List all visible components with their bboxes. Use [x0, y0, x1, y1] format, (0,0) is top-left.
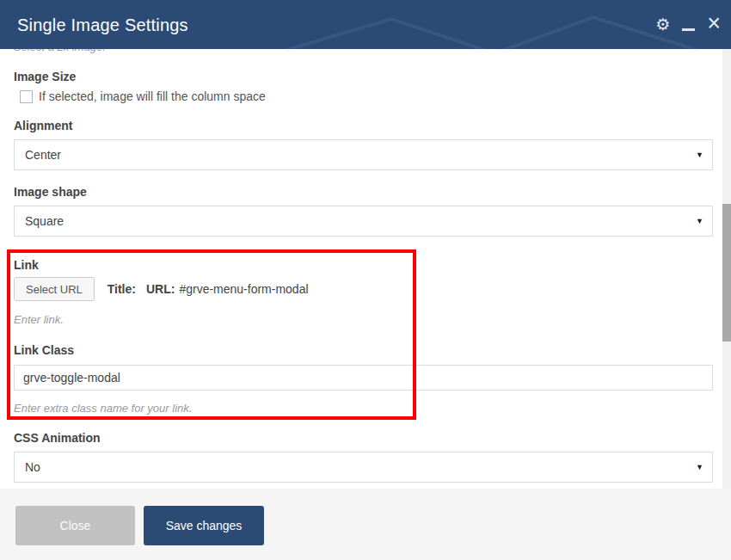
- clipped-hint-row: Select a 2x image.: [14, 49, 713, 55]
- link-url-value: #grve-menu-form-modal: [179, 282, 308, 296]
- image-shape-select-wrap: Square ▼: [14, 206, 713, 237]
- single-image-settings-modal: Single Image Settings ⚙ × Select a 2x im…: [0, 0, 731, 560]
- image-size-label: Image Size: [14, 70, 713, 83]
- link-url-label: URL:: [146, 282, 175, 296]
- select-2x-image-hint: Select a 2x image.: [14, 49, 713, 54]
- link-hint: Enter link.: [14, 313, 713, 327]
- link-url-row: Select URL Title: URL: #grve-menu-form-m…: [14, 277, 713, 301]
- css-animation-label: CSS Animation: [14, 431, 713, 445]
- link-label: Link: [14, 258, 713, 272]
- image-size-checkbox-label: If selected, image will fill the column …: [39, 89, 266, 103]
- modal-footer: Close Save changes: [0, 489, 731, 560]
- image-shape-label: Image shape: [14, 185, 713, 199]
- modal-header: Single Image Settings ⚙ ×: [0, 0, 731, 49]
- css-animation-select[interactable]: No: [15, 452, 712, 482]
- link-class-input[interactable]: [14, 365, 713, 391]
- close-button[interactable]: Close: [15, 506, 135, 545]
- alignment-select[interactable]: Center: [15, 140, 712, 169]
- modal-title: Single Image Settings: [17, 15, 188, 34]
- gear-icon[interactable]: ⚙: [655, 16, 670, 33]
- select-url-button[interactable]: Select URL: [14, 277, 95, 301]
- close-icon[interactable]: ×: [707, 12, 721, 35]
- link-title-label: Title:: [108, 282, 136, 296]
- css-animation-select-wrap: No ▼: [14, 452, 713, 483]
- modal-content: Select a 2x image. Image Size If selecte…: [0, 49, 731, 489]
- alignment-label: Alignment: [14, 119, 713, 132]
- header-icons: ⚙ ×: [655, 0, 721, 49]
- image-shape-select[interactable]: Square: [15, 206, 712, 236]
- scrollbar-thumb[interactable]: [722, 204, 731, 342]
- image-size-checkbox-row: If selected, image will fill the column …: [14, 89, 713, 103]
- scrollbar-track[interactable]: [722, 49, 731, 489]
- minimize-icon[interactable]: [682, 28, 695, 31]
- link-class-label: Link Class: [14, 343, 713, 357]
- save-changes-button[interactable]: Save changes: [144, 506, 264, 545]
- image-size-checkbox[interactable]: [20, 90, 33, 103]
- alignment-select-wrap: Center ▼: [14, 139, 713, 170]
- link-class-hint: Enter extra class name for your link.: [14, 402, 713, 415]
